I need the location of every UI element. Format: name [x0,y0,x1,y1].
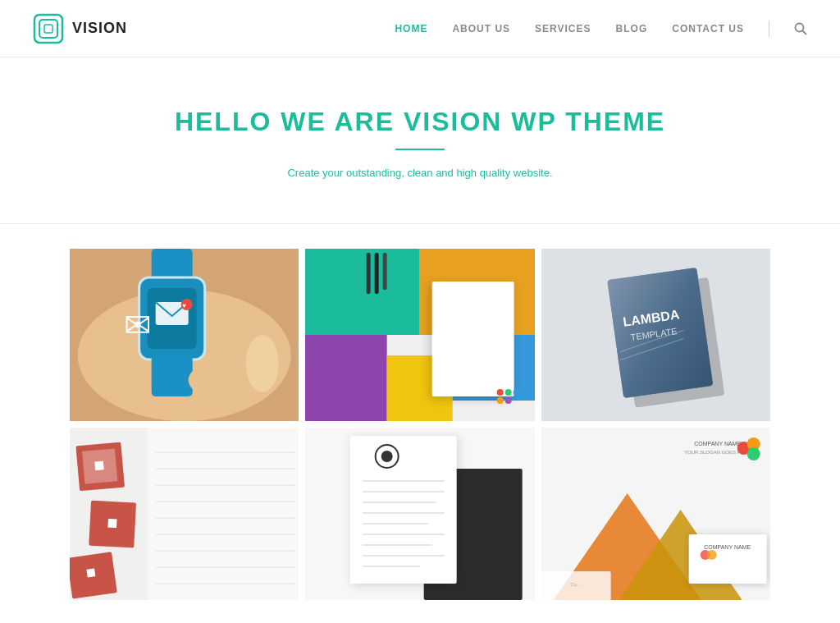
svg-point-15 [246,335,279,392]
svg-point-82 [706,550,716,560]
svg-line-4 [803,30,806,34]
svg-point-26 [497,389,504,396]
svg-rect-1 [39,20,57,38]
svg-text:COMPANY NAME: COMPANY NAME [704,544,751,550]
main-nav: HOME ABOUT US SERVICES BLOG CONTACT US [395,21,807,37]
svg-text:■: ■ [93,454,105,475]
hero-title: HELLO WE ARE VISION WP THEME [16,107,824,137]
stationery-illustration [305,249,534,421]
gallery-item-letter[interactable] [305,428,534,600]
stamps-illustration: ■ ■ ■ [70,428,299,600]
search-button[interactable] [794,22,807,35]
header: VISION HOME ABOUT US SERVICES BLOG CONTA… [0,0,840,57]
gallery-item-company[interactable]: COMPANY NAME YOUR SLOGAN GOES HERE COMPA… [541,428,770,600]
svg-rect-79 [688,534,766,584]
book-illustration: LAMBDA TEMPLATE [541,249,770,421]
gallery-section: ♥ [0,224,840,600]
svg-point-29 [497,397,504,404]
svg-point-28 [514,389,520,396]
logo-icon [33,13,64,44]
letter-illustration [305,428,534,600]
nav-services[interactable]: SERVICES [535,23,591,34]
nav-about[interactable]: ABOUT US [452,23,510,34]
company-illustration: COMPANY NAME YOUR SLOGAN GOES HERE COMPA… [541,428,770,600]
svg-point-27 [505,389,512,396]
nav-divider [769,21,769,37]
svg-rect-2 [44,25,52,33]
svg-rect-13 [152,355,193,396]
svg-text:COMPANY NAME: COMPANY NAME [694,441,741,447]
svg-rect-19 [305,335,387,421]
svg-rect-59 [350,436,457,584]
svg-point-61 [381,451,393,462]
gallery-item-watch[interactable]: ♥ [70,249,299,421]
gallery-item-stationery[interactable] [305,249,534,421]
gallery-item-book[interactable]: LAMBDA TEMPLATE [541,249,770,421]
svg-point-76 [746,447,760,460]
logo[interactable]: VISION [33,13,127,44]
svg-rect-23 [367,253,371,294]
svg-text:♥: ♥ [182,302,186,309]
svg-text:Co...: Co... [570,582,581,587]
logo-text: VISION [72,20,127,37]
hero-underline [395,149,445,150]
nav-blog[interactable]: BLOG [616,23,648,34]
svg-rect-40 [148,428,299,600]
svg-rect-22 [432,282,514,396]
svg-rect-17 [305,249,420,335]
hero-section: HELLO WE ARE VISION WP THEME Create your… [0,57,840,224]
svg-rect-24 [375,253,379,294]
svg-text:■: ■ [107,511,119,533]
hero-subtitle: Create your outstanding, clean and high … [16,165,824,182]
gallery-item-stamps[interactable]: ■ ■ ■ [70,428,299,600]
svg-rect-25 [383,253,387,290]
search-icon [794,22,807,35]
svg-point-30 [505,397,512,404]
watch-illustration: ♥ [70,249,299,421]
nav-contact[interactable]: CONTACT US [672,23,744,34]
nav-home[interactable]: HOME [395,23,427,34]
